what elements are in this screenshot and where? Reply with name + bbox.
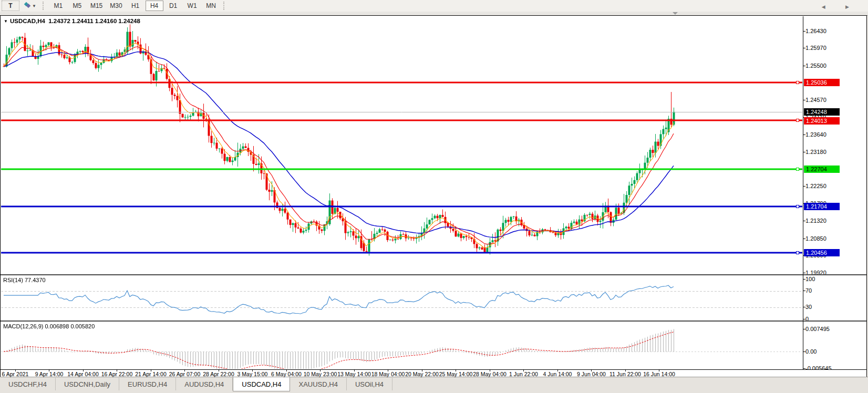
timeframe-button-m1[interactable]: M1: [49, 1, 67, 11]
tab-scroll-arrows: ◀ ▶: [822, 4, 859, 9]
level-price-badge: 1.21704: [804, 203, 840, 210]
chart-tab-usdchf[interactable]: USDCHF,H4: [0, 378, 56, 390]
current-price-badge: 1.24248: [804, 108, 840, 116]
scroll-position-marker-icon[interactable]: [673, 12, 678, 15]
axis-tick-mark: [803, 239, 805, 239]
axis-tick-mark: [803, 135, 805, 135]
timeframe-button-m15[interactable]: M15: [87, 1, 106, 11]
price-tick-label: 1.24570: [805, 97, 826, 103]
time-axis-label: 16 Apr 22:00: [101, 371, 133, 377]
time-axis-label: 28 Apr 22:00: [203, 371, 234, 377]
chart-tab-usoil[interactable]: USOil,H4: [347, 378, 392, 390]
macd-pane-canvas[interactable]: [1, 322, 802, 369]
price-tick-label: 1.23640: [805, 131, 826, 138]
top-toolbar: T ▼ M1M5M15M30H1H4D1W1MN: [0, 0, 868, 12]
time-axis-label: 16 Jun 14:00: [643, 371, 675, 377]
dropdown-caret-icon: ▼: [32, 4, 36, 8]
time-tick-mark: [49, 370, 49, 371]
price-tick-label: 1.26430: [805, 28, 826, 34]
axis-tick-mark: [803, 329, 805, 329]
time-axis-label: 14 Apr 04:00: [67, 371, 99, 377]
cursor-tool-button[interactable]: ▼: [20, 1, 39, 11]
cursor-tool-icon: [24, 2, 31, 10]
timeframe-button-h4[interactable]: H4: [146, 1, 163, 11]
axis-tick-mark: [803, 186, 805, 187]
time-tick-mark: [490, 370, 490, 371]
time-tick-mark: [219, 370, 219, 371]
ohlc-low: 1.24160: [95, 18, 117, 24]
axis-tick-mark: [803, 291, 805, 291]
rsi-tick-label: 30: [805, 304, 812, 310]
axis-tick-mark: [803, 221, 805, 221]
macd-tick-label: 0.00: [805, 348, 817, 355]
axis-tick-mark: [803, 279, 805, 280]
timeframe-button-h1[interactable]: H1: [127, 1, 144, 11]
time-axis[interactable]: 6 Apr 20219 Apr 14:0014 Apr 04:0016 Apr …: [1, 369, 866, 377]
chart-tab-usdcad[interactable]: USDCAD,H4: [233, 377, 290, 391]
timeframe-button-group: M1M5M15M30H1H4D1W1MN: [49, 1, 221, 11]
pane-separator-macd[interactable]: [1, 320, 866, 322]
macd-indicator-label: MACD(12,26,9) 0.006898 0.005820: [3, 323, 95, 329]
level-price-badge: 1.25036: [804, 79, 840, 86]
time-axis-label: 6 Apr 2021: [2, 371, 29, 377]
price-tick-label: 1.25500: [805, 63, 826, 69]
bottom-tabbar: USDCHF,H4USDCNH,DailyEURUSD,H4AUDUSD,H4U…: [0, 377, 868, 393]
axis-tick-mark: [803, 152, 805, 152]
mt4-app: { "toolbar": { "text_tool": "T", "timefr…: [0, 0, 868, 393]
time-tick-mark: [422, 370, 422, 371]
chart-symbol: USDCAD,H4: [10, 18, 45, 24]
chart-tab-audusd[interactable]: AUDUSD,H4: [176, 378, 233, 390]
text-tool-button[interactable]: T: [2, 1, 19, 11]
chart-window: ▼USDCAD,H4 1.243721.244111.241601.24248 …: [0, 15, 867, 377]
time-axis-label: 4 Jun 14:00: [543, 371, 572, 377]
time-tick-mark: [320, 370, 321, 371]
ohlc-high: 1.24411: [72, 18, 94, 24]
level-price-badge: 1.24013: [804, 117, 840, 125]
time-axis-label: 10 May 23:00: [304, 371, 337, 377]
price-chart-canvas[interactable]: [1, 16, 802, 274]
axis-tick-mark: [803, 307, 805, 307]
macd-tick-label: 0.007495: [805, 326, 830, 332]
axis-tick-mark: [803, 66, 805, 66]
time-tick-mark: [659, 370, 659, 371]
time-axis-label: 18 May 04:00: [371, 371, 405, 377]
timeframe-button-m5[interactable]: M5: [68, 1, 86, 11]
tab-scroll-right-icon[interactable]: ▶: [845, 4, 859, 9]
time-tick-mark: [354, 370, 355, 371]
time-axis-label: 6 May 04:00: [271, 371, 302, 377]
time-axis-label: 25 May 14:00: [439, 371, 473, 377]
toolbar-grip: [43, 2, 46, 10]
price-tick-label: 1.25970: [805, 45, 826, 51]
chart-tab-usdcnh[interactable]: USDCNH,Daily: [56, 378, 119, 390]
time-tick-mark: [625, 370, 626, 371]
timeframe-button-mn[interactable]: MN: [202, 1, 220, 11]
chart-title: ▼USDCAD,H4 1.243721.244111.241601.24248: [4, 18, 142, 24]
time-axis-label: 26 Apr 07:00: [169, 371, 201, 377]
toolbar-grip-2: [223, 2, 227, 10]
rsi-tick-label: 70: [805, 287, 812, 294]
pane-separator-rsi[interactable]: [1, 274, 866, 275]
ohlc-close: 1.24248: [118, 18, 140, 24]
time-axis-label: 21 Apr 14:00: [135, 371, 167, 377]
rsi-pane-canvas[interactable]: [1, 275, 802, 320]
time-tick-mark: [83, 370, 84, 371]
axis-tick-mark: [803, 319, 805, 319]
rsi-indicator-label: RSI(14) 77.4370: [3, 277, 46, 283]
axis-tick-mark: [803, 273, 805, 273]
timeframe-button-d1[interactable]: D1: [164, 1, 182, 11]
time-tick-mark: [15, 370, 16, 371]
tab-scroll-left-icon[interactable]: ◀: [822, 4, 835, 9]
price-tick-label: 1.20850: [805, 235, 826, 242]
axis-tick-mark: [803, 48, 805, 48]
timeframe-button-m30[interactable]: M30: [107, 1, 125, 11]
timeframe-button-w1[interactable]: W1: [183, 1, 201, 11]
time-axis-label: 9 Jun 04:00: [577, 371, 606, 377]
rsi-tick-label: 100: [805, 276, 815, 282]
price-tick-label: 1.23180: [805, 149, 826, 155]
chart-tab-xauusd[interactable]: XAUUSD,H4: [290, 378, 346, 390]
symbol-dropdown-icon[interactable]: ▼: [4, 19, 8, 24]
time-axis-label: 9 Apr 14:00: [35, 371, 64, 377]
level-price-badge: 1.22704: [804, 166, 840, 173]
axis-tick-mark: [803, 368, 805, 369]
chart-tab-eurusd[interactable]: EURUSD,H4: [119, 378, 176, 390]
